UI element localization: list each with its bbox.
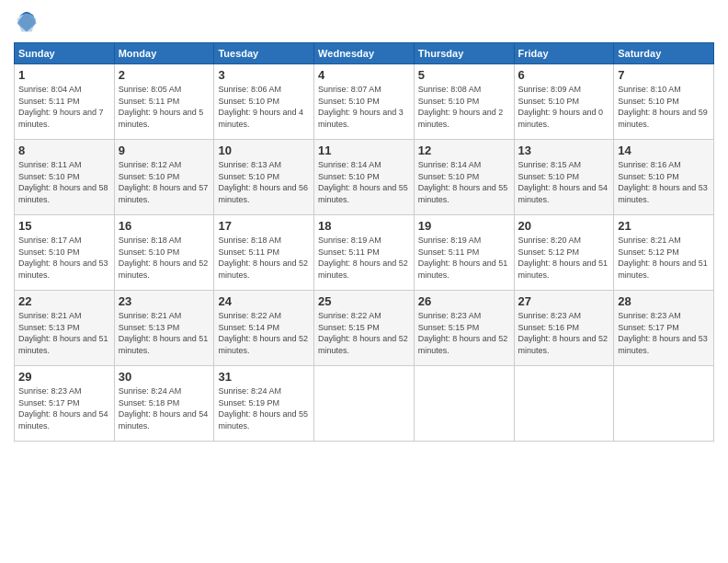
day-info: Sunrise: 8:21 AMSunset: 5:13 PMDaylight:… xyxy=(119,311,209,355)
day-info: Sunrise: 8:14 AMSunset: 5:10 PMDaylight:… xyxy=(318,160,408,204)
logo xyxy=(14,9,43,35)
day-number: 19 xyxy=(418,219,510,233)
calendar-cell xyxy=(314,366,415,442)
calendar-week-1: 1 Sunrise: 8:04 AMSunset: 5:11 PMDayligh… xyxy=(15,64,714,140)
day-number: 13 xyxy=(518,144,610,157)
day-info: Sunrise: 8:22 AMSunset: 5:15 PMDaylight:… xyxy=(318,311,408,355)
day-number: 3 xyxy=(218,68,310,82)
logo-icon xyxy=(14,9,40,35)
day-info: Sunrise: 8:22 AMSunset: 5:14 PMDaylight:… xyxy=(218,311,308,355)
day-number: 17 xyxy=(218,219,310,233)
calendar-week-3: 15 Sunrise: 8:17 AMSunset: 5:10 PMDaylig… xyxy=(15,215,714,291)
weekday-header-sunday: Sunday xyxy=(15,43,115,64)
weekday-header-friday: Friday xyxy=(514,43,614,64)
calendar-cell: 12 Sunrise: 8:14 AMSunset: 5:10 PMDaylig… xyxy=(414,140,514,215)
day-number: 8 xyxy=(18,144,110,157)
calendar-cell: 1 Sunrise: 8:04 AMSunset: 5:11 PMDayligh… xyxy=(15,64,115,140)
calendar-cell: 9 Sunrise: 8:12 AMSunset: 5:10 PMDayligh… xyxy=(114,140,214,215)
day-number: 11 xyxy=(318,144,410,157)
calendar-cell: 20 Sunrise: 8:20 AMSunset: 5:12 PMDaylig… xyxy=(514,215,614,291)
calendar-cell: 15 Sunrise: 8:17 AMSunset: 5:10 PMDaylig… xyxy=(15,215,115,291)
calendar-cell: 17 Sunrise: 8:18 AMSunset: 5:11 PMDaylig… xyxy=(214,215,314,291)
calendar-cell: 30 Sunrise: 8:24 AMSunset: 5:18 PMDaylig… xyxy=(114,366,214,442)
day-info: Sunrise: 8:08 AMSunset: 5:10 PMDaylight:… xyxy=(418,85,504,129)
day-number: 16 xyxy=(119,219,210,233)
day-info: Sunrise: 8:04 AMSunset: 5:11 PMDaylight:… xyxy=(18,85,104,129)
day-number: 21 xyxy=(618,219,710,233)
calendar-cell: 4 Sunrise: 8:07 AMSunset: 5:10 PMDayligh… xyxy=(314,64,415,140)
calendar-cell: 10 Sunrise: 8:13 AMSunset: 5:10 PMDaylig… xyxy=(214,140,314,215)
day-number: 7 xyxy=(618,68,710,82)
day-number: 12 xyxy=(418,144,510,157)
calendar-cell xyxy=(614,366,714,442)
calendar-cell: 11 Sunrise: 8:14 AMSunset: 5:10 PMDaylig… xyxy=(314,140,415,215)
day-number: 31 xyxy=(218,370,310,384)
day-number: 20 xyxy=(518,219,610,233)
weekday-header-thursday: Thursday xyxy=(414,43,514,64)
day-info: Sunrise: 8:06 AMSunset: 5:10 PMDaylight:… xyxy=(218,85,303,129)
day-info: Sunrise: 8:18 AMSunset: 5:10 PMDaylight:… xyxy=(119,236,209,280)
day-info: Sunrise: 8:09 AMSunset: 5:10 PMDaylight:… xyxy=(518,85,604,129)
day-info: Sunrise: 8:14 AMSunset: 5:10 PMDaylight:… xyxy=(418,160,508,204)
weekday-header-monday: Monday xyxy=(114,43,214,64)
calendar-cell: 6 Sunrise: 8:09 AMSunset: 5:10 PMDayligh… xyxy=(514,64,614,140)
calendar-week-5: 29 Sunrise: 8:23 AMSunset: 5:17 PMDaylig… xyxy=(15,366,714,442)
day-info: Sunrise: 8:24 AMSunset: 5:18 PMDaylight:… xyxy=(119,386,209,431)
day-info: Sunrise: 8:15 AMSunset: 5:10 PMDaylight:… xyxy=(518,160,609,204)
day-number: 4 xyxy=(318,68,410,82)
header xyxy=(14,9,714,35)
calendar-cell: 5 Sunrise: 8:08 AMSunset: 5:10 PMDayligh… xyxy=(414,64,514,140)
calendar-cell: 2 Sunrise: 8:05 AMSunset: 5:11 PMDayligh… xyxy=(114,64,214,140)
day-number: 28 xyxy=(618,294,710,308)
calendar-cell: 28 Sunrise: 8:23 AMSunset: 5:17 PMDaylig… xyxy=(614,291,714,366)
calendar-week-2: 8 Sunrise: 8:11 AMSunset: 5:10 PMDayligh… xyxy=(15,140,714,215)
day-info: Sunrise: 8:23 AMSunset: 5:15 PMDaylight:… xyxy=(418,311,508,355)
day-info: Sunrise: 8:23 AMSunset: 5:17 PMDaylight:… xyxy=(618,311,708,355)
calendar-cell: 29 Sunrise: 8:23 AMSunset: 5:17 PMDaylig… xyxy=(15,366,115,442)
day-info: Sunrise: 8:05 AMSunset: 5:11 PMDaylight:… xyxy=(119,85,204,129)
day-info: Sunrise: 8:19 AMSunset: 5:11 PMDaylight:… xyxy=(418,236,508,280)
day-info: Sunrise: 8:11 AMSunset: 5:10 PMDaylight:… xyxy=(18,160,108,204)
day-number: 6 xyxy=(518,68,610,82)
calendar-cell: 16 Sunrise: 8:18 AMSunset: 5:10 PMDaylig… xyxy=(114,215,214,291)
day-info: Sunrise: 8:17 AMSunset: 5:10 PMDaylight:… xyxy=(18,236,108,280)
day-info: Sunrise: 8:21 AMSunset: 5:12 PMDaylight:… xyxy=(618,236,708,280)
calendar-container: SundayMondayTuesdayWednesdayThursdayFrid… xyxy=(0,0,728,563)
calendar-cell: 31 Sunrise: 8:24 AMSunset: 5:19 PMDaylig… xyxy=(214,366,314,442)
calendar-cell xyxy=(514,366,614,442)
calendar-cell: 13 Sunrise: 8:15 AMSunset: 5:10 PMDaylig… xyxy=(514,140,614,215)
day-info: Sunrise: 8:23 AMSunset: 5:17 PMDaylight:… xyxy=(18,386,108,431)
weekday-header-saturday: Saturday xyxy=(614,43,714,64)
calendar-cell: 7 Sunrise: 8:10 AMSunset: 5:10 PMDayligh… xyxy=(614,64,714,140)
day-info: Sunrise: 8:10 AMSunset: 5:10 PMDaylight:… xyxy=(618,85,708,129)
day-number: 18 xyxy=(318,219,410,233)
weekday-header-wednesday: Wednesday xyxy=(314,43,415,64)
day-number: 30 xyxy=(119,370,210,384)
day-number: 10 xyxy=(218,144,310,157)
day-info: Sunrise: 8:12 AMSunset: 5:10 PMDaylight:… xyxy=(119,160,209,204)
day-number: 5 xyxy=(418,68,510,82)
calendar-table: SundayMondayTuesdayWednesdayThursdayFrid… xyxy=(14,42,714,442)
calendar-cell: 22 Sunrise: 8:21 AMSunset: 5:13 PMDaylig… xyxy=(15,291,115,366)
day-number: 14 xyxy=(618,144,710,157)
calendar-cell: 21 Sunrise: 8:21 AMSunset: 5:12 PMDaylig… xyxy=(614,215,714,291)
calendar-week-4: 22 Sunrise: 8:21 AMSunset: 5:13 PMDaylig… xyxy=(15,291,714,366)
day-info: Sunrise: 8:16 AMSunset: 5:10 PMDaylight:… xyxy=(618,160,708,204)
day-number: 27 xyxy=(518,294,610,308)
calendar-cell xyxy=(414,366,514,442)
day-info: Sunrise: 8:21 AMSunset: 5:13 PMDaylight:… xyxy=(18,311,108,355)
calendar-cell: 25 Sunrise: 8:22 AMSunset: 5:15 PMDaylig… xyxy=(314,291,415,366)
calendar-cell: 14 Sunrise: 8:16 AMSunset: 5:10 PMDaylig… xyxy=(614,140,714,215)
day-info: Sunrise: 8:18 AMSunset: 5:11 PMDaylight:… xyxy=(218,236,308,280)
calendar-cell: 19 Sunrise: 8:19 AMSunset: 5:11 PMDaylig… xyxy=(414,215,514,291)
calendar-cell: 8 Sunrise: 8:11 AMSunset: 5:10 PMDayligh… xyxy=(15,140,115,215)
day-info: Sunrise: 8:24 AMSunset: 5:19 PMDaylight:… xyxy=(218,386,308,431)
day-number: 9 xyxy=(119,144,210,157)
calendar-cell: 18 Sunrise: 8:19 AMSunset: 5:11 PMDaylig… xyxy=(314,215,415,291)
calendar-cell: 23 Sunrise: 8:21 AMSunset: 5:13 PMDaylig… xyxy=(114,291,214,366)
day-number: 2 xyxy=(119,68,210,82)
day-number: 15 xyxy=(18,219,110,233)
day-number: 1 xyxy=(18,68,110,82)
day-info: Sunrise: 8:19 AMSunset: 5:11 PMDaylight:… xyxy=(318,236,408,280)
day-info: Sunrise: 8:13 AMSunset: 5:10 PMDaylight:… xyxy=(218,160,308,204)
